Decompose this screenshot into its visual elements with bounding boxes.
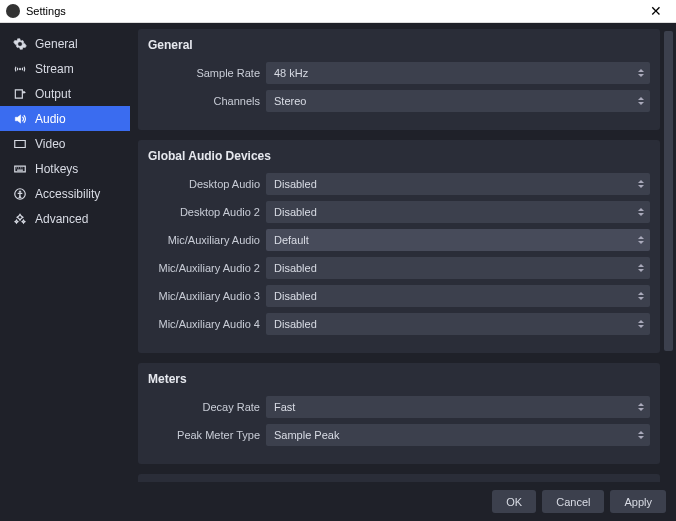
setting-row: Sample Rate48 kHz [148, 62, 650, 84]
panel-title: Global Audio Devices [148, 149, 650, 163]
svg-point-2 [19, 190, 21, 192]
setting-row: ChannelsStereo [148, 90, 650, 112]
setting-select[interactable]: 48 kHz [266, 62, 650, 84]
sidebar-item-general[interactable]: General [0, 31, 130, 56]
sidebar-item-video[interactable]: Video [0, 131, 130, 156]
panel-title: Meters [148, 372, 650, 386]
setting-row: Mic/Auxiliary Audio 3Disabled [148, 285, 650, 307]
stepper-icon [635, 426, 647, 444]
panel-general: GeneralSample Rate48 kHzChannelsStereo [138, 29, 660, 130]
stepper-icon [635, 259, 647, 277]
setting-row: Peak Meter TypeSample Peak [148, 424, 650, 446]
setting-label: Mic/Auxiliary Audio 2 [148, 262, 266, 274]
apply-button[interactable]: Apply [610, 490, 666, 513]
sidebar-item-audio[interactable]: Audio [0, 106, 130, 131]
setting-select[interactable]: Disabled [266, 257, 650, 279]
select-value: Default [274, 234, 309, 246]
sidebar-item-advanced[interactable]: Advanced [0, 206, 130, 231]
gear-icon [12, 37, 27, 51]
select-value: Disabled [274, 206, 317, 218]
stepper-icon [635, 203, 647, 221]
setting-label: Peak Meter Type [148, 429, 266, 441]
sidebar-item-stream[interactable]: Stream [0, 56, 130, 81]
sidebar-item-label: Hotkeys [35, 162, 78, 176]
sidebar-item-label: Accessibility [35, 187, 100, 201]
panel-advanced: Advanced [138, 474, 660, 482]
titlebar: Settings ✕ [0, 0, 676, 23]
setting-select[interactable]: Stereo [266, 90, 650, 112]
select-value: Disabled [274, 178, 317, 190]
output-icon [12, 87, 27, 101]
footer: OK Cancel Apply [0, 482, 676, 521]
setting-select[interactable]: Default [266, 229, 650, 251]
setting-select[interactable]: Disabled [266, 173, 650, 195]
sidebar: GeneralStreamOutputAudioVideoHotkeysAcce… [0, 23, 130, 482]
setting-label: Mic/Auxiliary Audio 4 [148, 318, 266, 330]
video-icon [12, 137, 27, 151]
access-icon [12, 187, 27, 201]
sidebar-item-output[interactable]: Output [0, 81, 130, 106]
setting-row: Decay RateFast [148, 396, 650, 418]
sidebar-item-label: General [35, 37, 78, 51]
stepper-icon [635, 231, 647, 249]
setting-row: Desktop Audio 2Disabled [148, 201, 650, 223]
setting-select[interactable]: Sample Peak [266, 424, 650, 446]
sidebar-item-label: Advanced [35, 212, 88, 226]
select-value: Disabled [274, 290, 317, 302]
sidebar-item-label: Stream [35, 62, 74, 76]
scrollbar-thumb[interactable] [664, 31, 673, 351]
advanced-icon [12, 212, 27, 226]
sidebar-item-label: Audio [35, 112, 66, 126]
hotkeys-icon [12, 162, 27, 176]
setting-row: Mic/Auxiliary Audio 2Disabled [148, 257, 650, 279]
setting-select[interactable]: Disabled [266, 313, 650, 335]
panel-meters: MetersDecay RateFastPeak Meter TypeSampl… [138, 363, 660, 464]
setting-label: Mic/Auxiliary Audio [148, 234, 266, 246]
stepper-icon [635, 64, 647, 82]
select-value: Stereo [274, 95, 306, 107]
svg-point-0 [19, 68, 21, 70]
stepper-icon [635, 315, 647, 333]
stream-icon [12, 62, 27, 76]
select-value: Sample Peak [274, 429, 339, 441]
setting-label: Sample Rate [148, 67, 266, 79]
select-value: 48 kHz [274, 67, 308, 79]
panel-title: General [148, 38, 650, 52]
close-icon[interactable]: ✕ [636, 0, 676, 23]
setting-label: Channels [148, 95, 266, 107]
main: GeneralSample Rate48 kHzChannelsStereoGl… [130, 23, 676, 482]
setting-row: Mic/Auxiliary AudioDefault [148, 229, 650, 251]
setting-label: Desktop Audio 2 [148, 206, 266, 218]
content: GeneralSample Rate48 kHzChannelsStereoGl… [130, 23, 664, 482]
sidebar-item-label: Video [35, 137, 65, 151]
setting-select[interactable]: Fast [266, 396, 650, 418]
audio-icon [12, 112, 27, 126]
select-value: Disabled [274, 262, 317, 274]
select-value: Fast [274, 401, 295, 413]
setting-select[interactable]: Disabled [266, 285, 650, 307]
app-body: GeneralStreamOutputAudioVideoHotkeysAcce… [0, 23, 676, 482]
setting-select[interactable]: Disabled [266, 201, 650, 223]
stepper-icon [635, 287, 647, 305]
stepper-icon [635, 175, 647, 193]
window-title: Settings [26, 5, 66, 17]
sidebar-item-hotkeys[interactable]: Hotkeys [0, 156, 130, 181]
panel-devices: Global Audio DevicesDesktop AudioDisable… [138, 140, 660, 353]
cancel-button[interactable]: Cancel [542, 490, 604, 513]
setting-label: Desktop Audio [148, 178, 266, 190]
setting-row: Mic/Auxiliary Audio 4Disabled [148, 313, 650, 335]
stepper-icon [635, 398, 647, 416]
app-icon [6, 4, 20, 18]
sidebar-item-label: Output [35, 87, 71, 101]
ok-button[interactable]: OK [492, 490, 536, 513]
stepper-icon [635, 92, 647, 110]
setting-label: Decay Rate [148, 401, 266, 413]
setting-label: Mic/Auxiliary Audio 3 [148, 290, 266, 302]
select-value: Disabled [274, 318, 317, 330]
setting-row: Desktop AudioDisabled [148, 173, 650, 195]
scrollbar-track[interactable] [664, 31, 673, 474]
sidebar-item-accessibility[interactable]: Accessibility [0, 181, 130, 206]
